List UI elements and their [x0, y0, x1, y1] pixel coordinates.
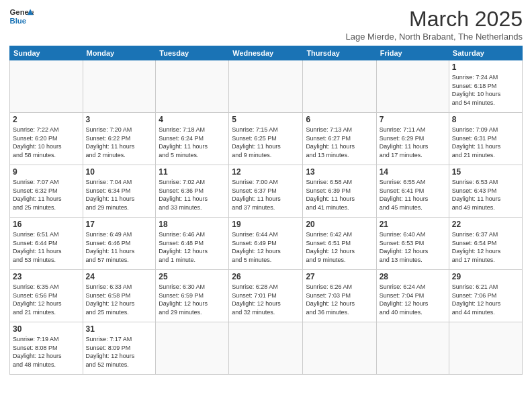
calendar-cell	[376, 60, 449, 113]
day-info: Sunrise: 6:24 AM Sunset: 7:04 PM Dayligh…	[380, 283, 446, 316]
day-number: 10	[86, 167, 153, 177]
calendar-cell: 19Sunrise: 6:44 AM Sunset: 6:49 PM Dayli…	[229, 218, 303, 270]
day-info: Sunrise: 6:49 AM Sunset: 6:46 PM Dayligh…	[86, 230, 153, 264]
calendar-cell: 16Sunrise: 6:51 AM Sunset: 6:44 PM Dayli…	[10, 218, 83, 270]
day-info: Sunrise: 6:33 AM Sunset: 6:58 PM Dayligh…	[86, 283, 153, 316]
day-number: 6	[306, 115, 373, 124]
day-info: Sunrise: 6:26 AM Sunset: 7:03 PM Dayligh…	[306, 283, 373, 316]
calendar-cell: 13Sunrise: 6:58 AM Sunset: 6:39 PM Dayli…	[303, 165, 376, 218]
day-info: Sunrise: 7:24 AM Sunset: 6:18 PM Dayligh…	[452, 73, 519, 107]
day-info: Sunrise: 7:18 AM Sunset: 6:24 PM Dayligh…	[159, 126, 226, 159]
day-info: Sunrise: 6:28 AM Sunset: 7:01 PM Dayligh…	[232, 283, 300, 316]
calendar-cell	[156, 322, 229, 375]
day-number: 29	[452, 272, 519, 281]
calendar-cell	[83, 60, 156, 113]
col-header-monday: Monday	[83, 46, 156, 60]
calendar-week-2: 2Sunrise: 7:22 AM Sunset: 6:20 PM Daylig…	[10, 113, 523, 165]
col-header-wednesday: Wednesday	[229, 46, 303, 60]
day-number: 7	[380, 115, 446, 124]
day-info: Sunrise: 6:40 AM Sunset: 6:53 PM Dayligh…	[380, 230, 446, 264]
day-number: 17	[86, 220, 153, 229]
calendar-cell: 15Sunrise: 6:53 AM Sunset: 6:43 PM Dayli…	[449, 165, 522, 218]
day-info: Sunrise: 7:15 AM Sunset: 6:25 PM Dayligh…	[232, 126, 300, 159]
day-info: Sunrise: 6:58 AM Sunset: 6:39 PM Dayligh…	[306, 178, 373, 212]
month-title: March 2025	[345, 7, 523, 32]
calendar-cell: 21Sunrise: 6:40 AM Sunset: 6:53 PM Dayli…	[376, 218, 449, 270]
calendar-cell	[229, 322, 303, 375]
calendar-week-4: 16Sunrise: 6:51 AM Sunset: 6:44 PM Dayli…	[10, 218, 523, 270]
day-info: Sunrise: 7:22 AM Sunset: 6:20 PM Dayligh…	[13, 126, 80, 159]
calendar-cell: 5Sunrise: 7:15 AM Sunset: 6:25 PM Daylig…	[229, 113, 303, 165]
calendar-cell: 23Sunrise: 6:35 AM Sunset: 6:56 PM Dayli…	[10, 270, 83, 322]
calendar-cell	[376, 322, 449, 375]
day-number: 21	[380, 220, 446, 229]
day-number: 26	[232, 272, 300, 281]
calendar-cell	[10, 60, 83, 113]
calendar-cell: 20Sunrise: 6:42 AM Sunset: 6:51 PM Dayli…	[303, 218, 376, 270]
calendar-cell	[303, 322, 376, 375]
day-info: Sunrise: 7:19 AM Sunset: 8:08 PM Dayligh…	[13, 335, 80, 369]
day-info: Sunrise: 7:00 AM Sunset: 6:37 PM Dayligh…	[232, 178, 300, 212]
calendar-cell: 7Sunrise: 7:11 AM Sunset: 6:29 PM Daylig…	[376, 113, 449, 165]
calendar-cell: 17Sunrise: 6:49 AM Sunset: 6:46 PM Dayli…	[83, 218, 156, 270]
calendar-cell: 31Sunrise: 7:17 AM Sunset: 8:09 PM Dayli…	[83, 322, 156, 375]
day-number: 11	[159, 167, 226, 177]
calendar-cell	[156, 60, 229, 113]
day-info: Sunrise: 6:35 AM Sunset: 6:56 PM Dayligh…	[13, 283, 80, 316]
svg-text:Blue: Blue	[10, 17, 27, 25]
calendar-cell: 26Sunrise: 6:28 AM Sunset: 7:01 PM Dayli…	[229, 270, 303, 322]
day-number: 23	[13, 272, 80, 281]
calendar-cell: 18Sunrise: 6:46 AM Sunset: 6:48 PM Dayli…	[156, 218, 229, 270]
calendar-week-6: 30Sunrise: 7:19 AM Sunset: 8:08 PM Dayli…	[10, 322, 523, 375]
day-info: Sunrise: 7:17 AM Sunset: 8:09 PM Dayligh…	[86, 335, 153, 369]
day-number: 19	[232, 220, 300, 229]
col-header-tuesday: Tuesday	[156, 46, 229, 60]
day-info: Sunrise: 6:37 AM Sunset: 6:54 PM Dayligh…	[452, 230, 519, 264]
day-number: 20	[306, 220, 373, 229]
calendar-header-row: SundayMondayTuesdayWednesdayThursdayFrid…	[10, 46, 523, 60]
calendar-cell: 12Sunrise: 7:00 AM Sunset: 6:37 PM Dayli…	[229, 165, 303, 218]
day-number: 1	[452, 62, 519, 72]
calendar-table: SundayMondayTuesdayWednesdayThursdayFrid…	[9, 46, 523, 375]
day-number: 18	[159, 220, 226, 229]
day-number: 8	[452, 115, 519, 124]
calendar-cell: 25Sunrise: 6:30 AM Sunset: 6:59 PM Dayli…	[156, 270, 229, 322]
calendar-cell: 3Sunrise: 7:20 AM Sunset: 6:22 PM Daylig…	[83, 113, 156, 165]
col-header-thursday: Thursday	[303, 46, 376, 60]
day-info: Sunrise: 7:09 AM Sunset: 6:31 PM Dayligh…	[452, 126, 519, 159]
calendar-cell: 2Sunrise: 7:22 AM Sunset: 6:20 PM Daylig…	[10, 113, 83, 165]
calendar-cell: 8Sunrise: 7:09 AM Sunset: 6:31 PM Daylig…	[449, 113, 522, 165]
day-info: Sunrise: 6:51 AM Sunset: 6:44 PM Dayligh…	[13, 230, 80, 264]
calendar-cell: 1Sunrise: 7:24 AM Sunset: 6:18 PM Daylig…	[449, 60, 522, 113]
col-header-sunday: Sunday	[10, 46, 83, 60]
calendar-cell	[449, 322, 522, 375]
day-info: Sunrise: 6:46 AM Sunset: 6:48 PM Dayligh…	[159, 230, 226, 264]
col-header-friday: Friday	[376, 46, 449, 60]
day-info: Sunrise: 6:55 AM Sunset: 6:41 PM Dayligh…	[380, 178, 446, 212]
calendar-week-1: 1Sunrise: 7:24 AM Sunset: 6:18 PM Daylig…	[10, 60, 523, 113]
day-info: Sunrise: 7:20 AM Sunset: 6:22 PM Dayligh…	[86, 126, 153, 159]
calendar-cell	[303, 60, 376, 113]
day-number: 30	[13, 324, 80, 334]
day-info: Sunrise: 7:07 AM Sunset: 6:32 PM Dayligh…	[13, 178, 80, 212]
generalblue-logo-icon: General Blue	[9, 7, 34, 26]
calendar-cell: 4Sunrise: 7:18 AM Sunset: 6:24 PM Daylig…	[156, 113, 229, 165]
day-number: 2	[13, 115, 80, 124]
col-header-saturday: Saturday	[449, 46, 522, 60]
location-subtitle: Lage Mierde, North Brabant, The Netherla…	[345, 32, 523, 42]
day-number: 25	[159, 272, 226, 281]
calendar-cell: 30Sunrise: 7:19 AM Sunset: 8:08 PM Dayli…	[10, 322, 83, 375]
calendar-cell: 14Sunrise: 6:55 AM Sunset: 6:41 PM Dayli…	[376, 165, 449, 218]
calendar-cell: 27Sunrise: 6:26 AM Sunset: 7:03 PM Dayli…	[303, 270, 376, 322]
calendar-week-3: 9Sunrise: 7:07 AM Sunset: 6:32 PM Daylig…	[10, 165, 523, 218]
day-number: 3	[86, 115, 153, 124]
calendar-cell: 9Sunrise: 7:07 AM Sunset: 6:32 PM Daylig…	[10, 165, 83, 218]
day-info: Sunrise: 7:02 AM Sunset: 6:36 PM Dayligh…	[159, 178, 226, 212]
day-info: Sunrise: 6:30 AM Sunset: 6:59 PM Dayligh…	[159, 283, 226, 316]
day-number: 14	[380, 167, 446, 177]
day-number: 28	[380, 272, 446, 281]
day-info: Sunrise: 6:42 AM Sunset: 6:51 PM Dayligh…	[306, 230, 373, 264]
day-number: 16	[13, 220, 80, 229]
day-info: Sunrise: 6:21 AM Sunset: 7:06 PM Dayligh…	[452, 283, 519, 316]
day-number: 4	[159, 115, 226, 124]
